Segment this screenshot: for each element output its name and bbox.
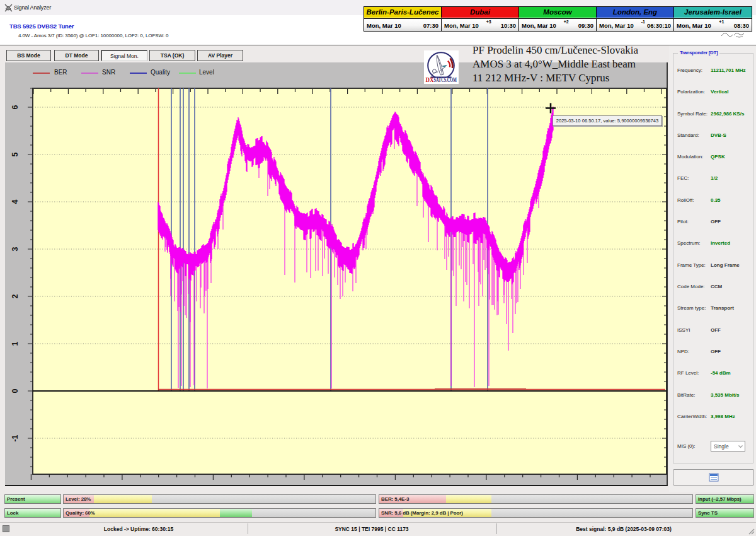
svg-text:SATCS.COM: SATCS.COM (434, 76, 457, 83)
svg-text:DX: DX (426, 76, 435, 83)
